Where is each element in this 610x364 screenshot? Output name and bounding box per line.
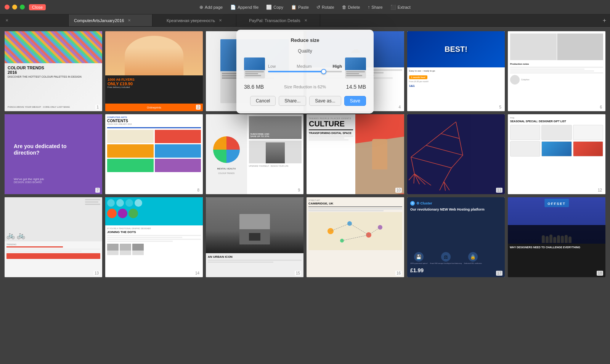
close-dot[interactable] — [5, 5, 10, 10]
size-reduction-text: Size Reduction is 62% — [284, 85, 326, 89]
svg-line-10 — [409, 173, 414, 181]
p12-title: SEASONAL SPECIAL: DESIGNER GIFT LIST — [510, 120, 603, 123]
tab-close-btn-1[interactable]: ✕ — [5, 18, 8, 22]
page-4-number: 4 — [397, 105, 402, 110]
page-1-number: 1 — [95, 105, 100, 110]
share-dialog-button[interactable]: Share... — [279, 96, 306, 106]
add-page-button[interactable]: ⊕ Add page — [196, 3, 226, 11]
p16-title: CAMBRIDGE, UK — [308, 202, 402, 205]
quality-slider-container[interactable]: Low Medium High — [268, 64, 342, 72]
page-16[interactable]: STREET ART CAMBRIDGE, UK — [307, 197, 404, 277]
cancel-button[interactable]: Cancel — [250, 96, 276, 106]
tab-2-close[interactable]: ✕ — [219, 18, 222, 22]
rotate-icon: ↺ — [316, 5, 320, 10]
tab-3[interactable]: PayPal: Transaction Details ✕ — [236, 14, 320, 26]
paste-button[interactable]: 📋 Paste — [288, 3, 312, 11]
page-12[interactable]: imag SEASONAL SPECIAL: DESIGNER GIFT LIS… — [508, 114, 605, 194]
tab-close-icon-1: ✕ — [0, 14, 69, 26]
p5-best: BEST! — [445, 45, 467, 54]
page-13[interactable]: 🚲 🚲 TRENDING 13 — [5, 197, 102, 277]
quality-slider-track[interactable] — [268, 71, 342, 72]
page-9[interactable]: MENTAL HEALTH COLOUR TRENDS SUBSCRIBE AN… — [206, 114, 303, 194]
tab-bar: ✕ ComputerArtsJanuary2016 ✕ Креативная у… — [0, 14, 610, 27]
svg-line-9 — [411, 157, 451, 168]
p17-price: £1.99 — [410, 267, 502, 273]
page-6[interactable]: Production notes Colophon 6 — [508, 31, 605, 111]
quality-slider-thumb[interactable] — [321, 69, 326, 74]
page-15[interactable]: AN URBAN ICON 15 — [206, 197, 303, 277]
page-1[interactable]: COLOUR TRENDS 2016 DISCOVER THE HOTTEST … — [5, 31, 102, 111]
page-17[interactable]: ⚙ ⚙ Cluster Our revolutionary NEW Web Ho… — [407, 197, 505, 277]
quality-preview-high — [345, 57, 366, 78]
save-button[interactable]: Save — [344, 96, 366, 106]
page-7[interactable]: Are you dedicated to direction? We've go… — [5, 114, 102, 194]
svg-line-15 — [444, 167, 451, 182]
size-row: 38.6 MB Size Reduction is 62% 14.5 MB — [244, 84, 366, 90]
paste-icon: 📋 — [291, 5, 297, 10]
svg-line-6 — [451, 153, 463, 170]
quality-low-label: Low — [268, 64, 276, 69]
p18-logo: OFFSET — [547, 202, 566, 206]
size-reduced: 14.5 MB — [346, 84, 366, 90]
page-14[interactable]: IF YOU'RE A TRADITIONAL GRAPHIC DESIGNER… — [105, 197, 203, 277]
tab-2-label: Креативная уверенность — [167, 18, 215, 23]
p1-year: 2016 — [8, 70, 99, 75]
save-as-button[interactable]: Save as... — [309, 96, 341, 106]
maximize-dot[interactable] — [20, 5, 25, 10]
svg-rect-19 — [311, 212, 399, 250]
minimize-dot[interactable] — [12, 5, 17, 10]
p17-logo: ⚙ Cluster — [416, 201, 432, 205]
p1-title: COLOUR TRENDS — [8, 65, 99, 70]
p10-culture: CULTURE — [309, 120, 353, 127]
page-8-number: 8 — [196, 188, 201, 193]
p1-subtitle: DISCOVER THE HOTTEST COLOUR PALETTES IN … — [8, 75, 99, 78]
p15-title: AN URBAN ICON — [208, 255, 302, 259]
page-18[interactable]: OFFSET WHY DESIGNERS NEE — [508, 197, 605, 277]
page-8[interactable]: COMPUTER ARTS CONTENTS ISSUE #194 JANUAR… — [105, 114, 203, 194]
svg-line-7 — [441, 134, 459, 139]
delete-button[interactable]: 🗑 Delete — [339, 3, 363, 11]
tab-1-close[interactable]: ✕ — [128, 18, 131, 22]
close-button[interactable]: Close — [29, 4, 46, 10]
copy-button[interactable]: ⬜ Copy — [263, 3, 286, 11]
tab-1[interactable]: ComputerArtsJanuary2016 ✕ — [69, 14, 152, 26]
append-file-button[interactable]: 📄 Append file — [227, 3, 262, 11]
svg-line-8 — [426, 145, 463, 155]
new-tab-button[interactable]: + — [599, 14, 610, 26]
page-18-number: 18 — [597, 271, 603, 276]
p2-title: 1000 A6 FLYERS — [108, 78, 201, 81]
dialog-buttons: Cancel Share... Save as... Save — [244, 96, 366, 106]
reduce-size-dialog[interactable]: Reduce size Quality Low Medium High — [236, 30, 374, 113]
append-icon: 📄 — [230, 5, 236, 10]
p8-issue: ISSUE #194 JANUARY 2016 — [107, 123, 201, 125]
extract-button[interactable]: ⬛ Extract — [387, 3, 414, 11]
page-5[interactable]: BEST! Easy to use – ready to go 1 month … — [407, 31, 505, 111]
page-13-number: 13 — [93, 271, 100, 276]
p5-badge: 1 month free! — [409, 75, 427, 79]
tab-3-label: PayPal: Transaction Details — [249, 18, 300, 23]
quality-row: Low Medium High — [244, 57, 366, 78]
tab-3-close[interactable]: ✕ — [304, 18, 307, 22]
p7-title: Are you dedicated to direction? — [14, 143, 93, 156]
p18-title: WHY DESIGNERS NEED TO CHALLENGE EVERYTHI… — [510, 246, 604, 249]
page-7-number: 7 — [95, 188, 100, 193]
page-2[interactable]: 1000 A6 FLYERS ONLY £19.90 Free delivery… — [105, 31, 203, 111]
dialog-title: Reduce size — [244, 37, 366, 43]
rotate-button[interactable]: ↺ Rotate — [313, 3, 337, 11]
page-15-number: 15 — [295, 271, 301, 276]
delete-icon: 🗑 — [342, 5, 347, 10]
tab-2[interactable]: Креативная уверенность ✕ — [152, 14, 236, 26]
page-10[interactable]: TRENDS PEOPLE PLACES EVENTS CULTURE TRAN… — [307, 114, 404, 194]
toolbar: ⊕ Add page 📄 Append file ⬜ Copy 📋 Paste … — [196, 3, 414, 11]
p17-title: Our revolutionary NEW Web Hosting platfo… — [410, 208, 502, 248]
share-button[interactable]: ↑ Share — [364, 3, 385, 11]
p8-title: COMPUTER ARTS — [107, 116, 127, 118]
quality-preview-low — [244, 57, 265, 78]
page-11[interactable]: 11 — [407, 114, 505, 194]
p8-contents: CONTENTS — [107, 119, 201, 123]
p6-title: Production notes — [510, 62, 603, 65]
title-bar: Close ⊕ Add page 📄 Append file ⬜ Copy 📋 … — [0, 0, 610, 14]
svg-line-5 — [456, 139, 467, 155]
quality-high-label: High — [333, 64, 342, 69]
page-10-number: 10 — [395, 188, 402, 193]
